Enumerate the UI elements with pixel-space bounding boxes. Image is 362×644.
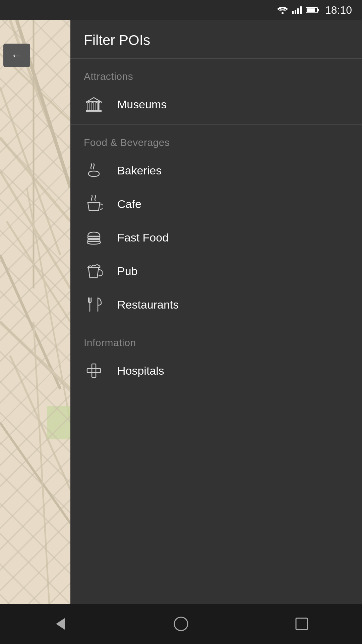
svg-line-14 — [34, 322, 50, 624]
svg-rect-17 — [88, 102, 89, 110]
museum-icon — [84, 96, 104, 113]
menu-item-museums[interactable]: Museums — [70, 88, 362, 121]
map-background — [0, 20, 70, 624]
hospitals-label: Hospitals — [117, 364, 164, 377]
nav-recent-icon — [293, 615, 310, 632]
filter-panel: Filter POIs Attractions Museums — [70, 20, 362, 624]
restaurant-icon — [84, 296, 104, 313]
nav-back-icon — [52, 615, 69, 632]
svg-rect-20 — [99, 102, 100, 110]
menu-item-restaurants[interactable]: Restaurants — [70, 288, 362, 321]
panel-header: Filter POIs — [70, 20, 362, 59]
menu-item-pub[interactable]: Pub — [70, 254, 362, 288]
svg-line-12 — [10, 356, 70, 490]
back-button[interactable]: ← — [3, 44, 30, 67]
section-label-attractions: Attractions — [70, 59, 362, 88]
restaurants-label: Restaurants — [117, 298, 179, 311]
status-bar: 18:10 — [0, 0, 362, 20]
pub-icon — [84, 262, 104, 280]
signal-icon — [292, 6, 302, 14]
menu-item-hospitals[interactable]: Hospitals — [70, 354, 362, 387]
svg-line-4 — [0, 87, 60, 255]
cafe-icon — [84, 195, 104, 213]
menu-item-bakeries[interactable]: Bakeries — [70, 154, 362, 187]
bottom-nav — [0, 604, 362, 644]
svg-rect-23 — [88, 239, 100, 241]
section-attractions: Attractions Museums — [70, 59, 362, 125]
section-food-beverages: Food & Beverages Bakeries — [70, 125, 362, 325]
fast-food-label: Fast Food — [117, 231, 169, 244]
svg-rect-19 — [96, 102, 97, 110]
svg-marker-31 — [56, 618, 65, 630]
section-information: Information Hospitals — [70, 325, 362, 391]
battery-icon — [306, 7, 318, 13]
fastfood-icon — [84, 229, 104, 246]
back-arrow-icon: ← — [11, 49, 23, 61]
svg-rect-29 — [92, 364, 96, 377]
svg-point-0 — [282, 12, 284, 14]
nav-recent-button[interactable] — [288, 610, 315, 637]
pub-label: Pub — [117, 265, 138, 278]
svg-rect-18 — [92, 102, 93, 110]
bakeries-label: Bakeries — [117, 164, 162, 177]
svg-line-8 — [7, 221, 70, 322]
map-panel: ← — [0, 20, 70, 624]
nav-back-button[interactable] — [47, 610, 74, 637]
svg-line-5 — [0, 138, 70, 221]
museums-label: Museums — [117, 98, 167, 111]
svg-rect-22 — [88, 237, 100, 238]
svg-line-13 — [0, 423, 70, 523]
svg-point-32 — [174, 617, 188, 631]
svg-rect-33 — [296, 618, 307, 630]
svg-rect-15 — [47, 406, 70, 439]
svg-line-1 — [10, 20, 60, 154]
hospital-icon — [84, 362, 104, 379]
status-time: 18:10 — [325, 4, 352, 16]
svg-line-10 — [27, 188, 70, 423]
cafe-label: Cafe — [117, 198, 141, 211]
status-icons: 18:10 — [277, 4, 352, 16]
svg-line-7 — [0, 171, 70, 288]
menu-item-fast-food[interactable]: Fast Food — [70, 221, 362, 254]
bakery-icon — [84, 162, 104, 179]
wifi-icon — [277, 6, 288, 14]
svg-line-9 — [0, 255, 60, 389]
panel-title: Filter POIs — [84, 32, 349, 48]
section-label-information: Information — [70, 325, 362, 354]
section-label-food: Food & Beverages — [70, 125, 362, 154]
map-streets — [0, 20, 70, 624]
nav-home-icon — [173, 615, 189, 632]
svg-rect-30 — [87, 369, 101, 373]
menu-item-cafe[interactable]: Cafe — [70, 187, 362, 221]
svg-line-11 — [0, 322, 70, 389]
nav-home-button[interactable] — [168, 610, 194, 637]
